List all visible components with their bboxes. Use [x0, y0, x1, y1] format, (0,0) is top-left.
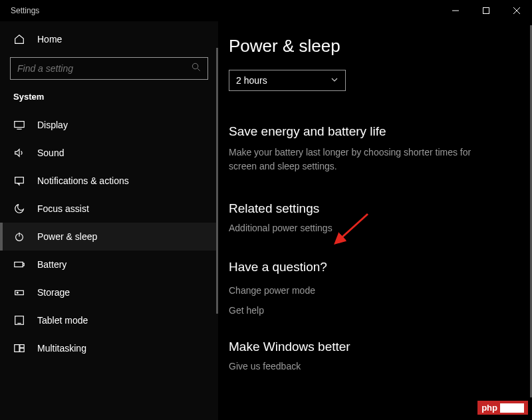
search-field[interactable]: [17, 63, 192, 74]
get-help-link[interactable]: Get help: [229, 305, 521, 316]
sidebar-item-sound[interactable]: Sound: [0, 139, 218, 167]
sidebar-item-label: Storage: [37, 287, 70, 298]
sidebar-item-label: Notifications & actions: [37, 175, 129, 186]
additional-power-settings-link[interactable]: Additional power settings: [229, 223, 521, 233]
dropdown-value: 2 hours: [236, 75, 267, 86]
sidebar-item-label: Power & sleep: [37, 231, 97, 242]
chevron-down-icon: [331, 76, 338, 86]
display-icon: [13, 119, 25, 131]
sidebar-item-label: Sound: [37, 148, 64, 158]
search-input[interactable]: [10, 57, 208, 80]
svg-rect-19: [20, 348, 24, 352]
svg-point-4: [192, 63, 198, 68]
svg-rect-8: [15, 177, 24, 183]
storage-icon: [13, 286, 25, 298]
feedback-heading: Make Windows better: [229, 340, 521, 354]
related-settings-heading: Related settings: [229, 201, 521, 216]
save-energy-heading: Save energy and battery life: [229, 124, 521, 139]
sidebar-item-label: Display: [37, 120, 68, 130]
svg-rect-13: [15, 290, 24, 294]
save-energy-description: Make your battery last longer by choosin…: [229, 146, 495, 173]
question-heading: Have a question?: [229, 260, 521, 274]
watermark-text: php: [481, 403, 497, 413]
change-power-mode-link[interactable]: Change power mode: [229, 285, 521, 296]
sidebar-item-label: Multitasking: [37, 343, 86, 354]
multitasking-icon: [13, 342, 25, 354]
window-controls: [440, 0, 532, 21]
sleep-time-dropdown[interactable]: 2 hours: [229, 70, 346, 91]
category-heading: System: [0, 92, 218, 102]
minimize-button[interactable]: [440, 0, 471, 21]
svg-rect-6: [15, 122, 24, 128]
sidebar: Home System Display Sound Notifications …: [0, 21, 218, 420]
sidebar-item-label: Battery: [37, 259, 66, 270]
focus-assist-icon: [13, 203, 25, 215]
svg-rect-1: [483, 8, 489, 14]
give-feedback-link[interactable]: Give us feedback: [229, 361, 521, 371]
page-title: Power & sleep: [229, 36, 521, 56]
sidebar-item-tablet-mode[interactable]: Tablet mode: [0, 306, 218, 334]
home-icon: [13, 33, 25, 45]
watermark: php: [477, 401, 528, 415]
battery-icon: [13, 259, 25, 270]
sidebar-item-display[interactable]: Display: [0, 111, 218, 139]
sidebar-item-storage[interactable]: Storage: [0, 278, 218, 306]
window-title: Settings: [11, 6, 39, 15]
svg-line-5: [198, 68, 200, 71]
tablet-icon: [13, 314, 25, 326]
sidebar-item-multitasking[interactable]: Multitasking: [0, 334, 218, 362]
svg-rect-17: [15, 345, 19, 352]
svg-rect-12: [23, 263, 24, 266]
search-icon: [192, 62, 201, 74]
svg-rect-18: [20, 345, 24, 348]
svg-rect-11: [15, 262, 23, 266]
power-icon: [13, 231, 25, 243]
svg-point-14: [17, 292, 18, 294]
sidebar-item-notifications[interactable]: Notifications & actions: [0, 167, 218, 195]
home-label: Home: [37, 34, 62, 45]
sidebar-item-label: Focus assist: [37, 203, 89, 214]
sidebar-item-power-sleep[interactable]: Power & sleep: [0, 223, 218, 251]
sidebar-item-focus-assist[interactable]: Focus assist: [0, 195, 218, 223]
home-button[interactable]: Home: [0, 28, 218, 51]
close-button[interactable]: [501, 0, 532, 21]
sidebar-item-label: Tablet mode: [37, 315, 88, 326]
main-content: Power & sleep 2 hours Save energy and ba…: [218, 21, 532, 420]
titlebar: Settings: [0, 0, 532, 21]
notifications-icon: [13, 175, 25, 187]
sound-icon: [13, 147, 25, 159]
maximize-button[interactable]: [471, 0, 501, 21]
sidebar-item-battery[interactable]: Battery: [0, 251, 218, 278]
